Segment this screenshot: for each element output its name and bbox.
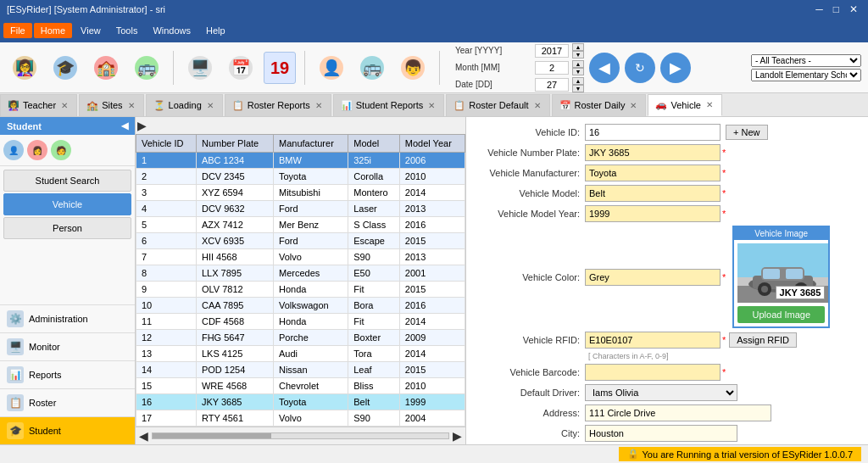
toolbar-teacher[interactable]: 👩‍🏫 [7, 50, 42, 86]
menu-tools[interactable]: Tools [109, 23, 145, 38]
maximize-button[interactable]: □ [830, 3, 843, 15]
sidebar-item-monitor[interactable]: 🖥️ Monitor [0, 332, 135, 360]
toolbar-bus2[interactable]: 🚌 [354, 50, 390, 86]
school-select[interactable]: Landolt Elementary School [751, 69, 861, 81]
tab-vehicle[interactable]: 🚗 Vehicle ✕ [648, 94, 721, 116]
toolbar-bus[interactable]: 🚌 [129, 50, 164, 86]
tab-roster-reports-close[interactable]: ✕ [314, 101, 324, 110]
year-down[interactable]: ▼ [572, 51, 584, 59]
person-button[interactable]: Person [3, 217, 131, 239]
rfid-input[interactable] [585, 332, 721, 349]
table-row[interactable]: 1ABC 1234BMW325i2006 [136, 153, 465, 169]
tab-student-reports[interactable]: 📊 Student Reports ✕ [333, 94, 445, 116]
date-input[interactable] [535, 78, 569, 92]
tab-sites-close[interactable]: ✕ [126, 101, 136, 110]
toolbar-person[interactable]: 👤 [314, 50, 349, 86]
toolbar-calendar[interactable]: 📅 [223, 50, 259, 86]
table-row[interactable]: 4DCV 9632FordLaser2013 [136, 201, 465, 217]
table-row[interactable]: 17RTY 4561VolvoS902004 [136, 410, 465, 427]
model-year-input[interactable] [585, 205, 721, 222]
assign-rfid-button[interactable]: Assign RFID [729, 332, 797, 348]
tab-student-reports-icon: 📊 [341, 100, 353, 111]
upload-image-button[interactable]: Upload Image [737, 306, 825, 323]
year-up[interactable]: ▲ [572, 43, 584, 51]
date-up[interactable]: ▲ [572, 77, 584, 85]
table-row[interactable]: 16JKY 3685ToyotaBelt1999 [136, 394, 465, 410]
plate-input[interactable] [585, 144, 721, 161]
driver-select[interactable]: Iams Olivia [585, 384, 737, 401]
menu-home[interactable]: Home [34, 23, 72, 38]
menu-view[interactable]: View [74, 23, 108, 38]
main-content: Student ◀ 👤 👩 🧑 Student Search Vehicle P… [0, 117, 868, 444]
sidebar-item-roster[interactable]: 📋 Roster [0, 388, 135, 416]
menu-windows[interactable]: Windows [146, 23, 198, 38]
vehicle-id-input[interactable] [585, 124, 721, 141]
sidebar-close-icon[interactable]: ◀ [121, 120, 128, 131]
toolbar-monitor[interactable]: 🖥️ [182, 50, 218, 86]
model-input[interactable] [585, 185, 721, 202]
tab-roster-reports[interactable]: 📋 Roster Reports ✕ [225, 94, 331, 116]
table-row[interactable]: 7HII 4568VolvoS902013 [136, 249, 465, 265]
tab-teacher[interactable]: 👩‍🏫 Teacher ✕ [0, 94, 77, 116]
title-bar: [ESyRider] [System Administrator] - sri … [0, 0, 868, 19]
tab-vehicle-close[interactable]: ✕ [704, 100, 715, 109]
next-button[interactable]: ▶ [660, 53, 691, 83]
model-row: Vehicle Model: * [475, 185, 860, 202]
tab-loading-close[interactable]: ✕ [205, 101, 215, 110]
toolbar-date-19[interactable]: 19 [264, 52, 296, 84]
month-down[interactable]: ▼ [572, 68, 584, 75]
new-button[interactable]: + New [726, 125, 768, 140]
color-row: Vehicle Color: * Vehicle Image [475, 226, 860, 328]
tab-roster-daily-close[interactable]: ✕ [628, 101, 638, 110]
table-row[interactable]: 12FHG 5647PorcheBoxter2009 [136, 330, 465, 346]
address-input[interactable] [585, 404, 771, 421]
table-row[interactable]: 2DCV 2345ToyotaCorolla2010 [136, 169, 465, 185]
table-row[interactable]: 15WRE 4568ChevroletBliss2010 [136, 378, 465, 394]
table-row[interactable]: 10CAA 7895VolkswagonBora2016 [136, 298, 465, 314]
table-row[interactable]: 5AZX 7412Mer BenzS Class2016 [136, 217, 465, 233]
toolbar-person2[interactable]: 👦 [395, 50, 431, 86]
table-nav-right[interactable]: ▶ [137, 119, 147, 132]
toolbar-school[interactable]: 🏫 [88, 50, 124, 86]
year-input[interactable] [535, 44, 569, 58]
table-row[interactable]: 9OLV 7812HondaFit2015 [136, 282, 465, 298]
city-input[interactable] [585, 425, 737, 442]
table-row[interactable]: 8LLX 7895MercedesE502001 [136, 265, 465, 282]
tab-roster-default[interactable]: 📋 Roster Default ✕ [446, 94, 549, 116]
plate-label: Vehicle Number Plate: [475, 148, 585, 158]
sidebar-item-administration[interactable]: ⚙️ Administration [0, 304, 135, 332]
tab-roster-daily[interactable]: 📅 Roster Daily ✕ [552, 94, 647, 116]
prev-button[interactable]: ◀ [589, 53, 620, 83]
refresh-button[interactable]: ↻ [625, 53, 655, 83]
table-row[interactable]: 6XCV 6935FordEscape2015 [136, 233, 465, 249]
close-button[interactable]: ✕ [846, 3, 861, 15]
table-row[interactable]: 3XYZ 6594MitsubishiMontero2014 [136, 185, 465, 201]
tab-loading[interactable]: ⏳ Loading ✕ [146, 94, 223, 116]
table-row[interactable]: 13LKS 4125AudiTora2014 [136, 346, 465, 362]
table-row[interactable]: 11CDF 4568HondaFit2014 [136, 314, 465, 330]
date-down[interactable]: ▼ [572, 85, 584, 92]
tab-student-reports-close[interactable]: ✕ [426, 101, 437, 110]
tab-roster-default-close[interactable]: ✕ [532, 101, 542, 110]
sidebar-item-reports[interactable]: 📊 Reports [0, 360, 135, 388]
teacher-select[interactable]: - All Teachers - [751, 54, 861, 67]
minimize-button[interactable]: ─ [812, 3, 826, 15]
tabs-bar: 👩‍🏫 Teacher ✕ 🏫 Sites ✕ ⏳ Loading ✕ 📋 Ro… [0, 93, 868, 117]
menu-file[interactable]: File [3, 23, 32, 38]
toolbar-student[interactable]: 🎓 [47, 50, 83, 86]
month-up[interactable]: ▲ [572, 60, 584, 68]
vehicle-button[interactable]: Vehicle [3, 193, 131, 215]
menu-help[interactable]: Help [199, 23, 232, 38]
tab-teacher-close[interactable]: ✕ [59, 101, 70, 110]
month-input[interactable] [535, 61, 569, 75]
table-scroll-left[interactable]: ◀ [139, 429, 148, 443]
tab-sites[interactable]: 🏫 Sites ✕ [79, 94, 143, 116]
student-search-button[interactable]: Student Search [3, 170, 131, 192]
barcode-input[interactable] [585, 364, 721, 381]
manufacturer-input[interactable] [585, 165, 721, 181]
table-scroll-right[interactable]: ▶ [453, 429, 462, 443]
table-scroll[interactable]: Vehicle ID Number Plate Manufacturer Mod… [136, 134, 465, 427]
table-row[interactable]: 14POD 1254NissanLeaf2015 [136, 362, 465, 378]
sidebar-item-student[interactable]: 🎓 Student [0, 416, 135, 444]
color-input[interactable] [585, 269, 721, 286]
